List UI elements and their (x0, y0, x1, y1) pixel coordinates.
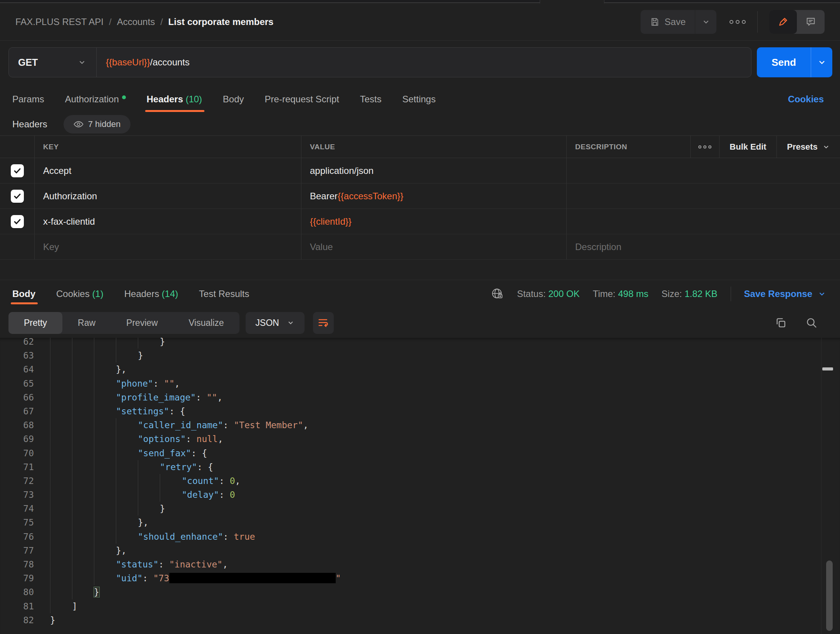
response-tab-body[interactable]: Body (12, 289, 35, 299)
headers-table: KEY VALUE DESCRIPTION Bulk Edit Presets … (0, 135, 840, 260)
code-line: 80} (0, 585, 840, 599)
send-options-button[interactable] (811, 47, 832, 77)
bulk-edit-button[interactable]: Bulk Edit (720, 136, 777, 158)
code-line: 70"send_fax": { (0, 446, 840, 460)
status-value[interactable]: 200 OK (548, 289, 579, 299)
tab-label: Pre-request Script (265, 94, 339, 104)
code-line: 71"retry": { (0, 460, 840, 474)
indent-guide (138, 474, 138, 488)
tab-label: Tests (360, 94, 382, 104)
header-key-cell[interactable]: Accept (35, 158, 301, 183)
tab-label: Headers (147, 94, 186, 104)
mode-preview[interactable]: Preview (111, 312, 173, 334)
wrap-text-button[interactable] (313, 312, 334, 334)
tab-headers[interactable]: Headers (10) (147, 94, 202, 105)
search-icon[interactable] (805, 317, 818, 329)
time-value[interactable]: 498 ms (618, 289, 648, 299)
breadcrumb-collection[interactable]: FAX.PLUS REST API (15, 17, 104, 27)
header-description-cell[interactable] (567, 158, 840, 183)
save-response-label: Save Response (744, 289, 812, 299)
indent-guide (50, 338, 50, 349)
value-input-placeholder[interactable]: Value (301, 234, 567, 259)
table-more-options-button[interactable] (691, 136, 720, 158)
json-key: "options" (138, 434, 186, 444)
tab-settings[interactable]: Settings (402, 94, 436, 105)
breadcrumb-folder[interactable]: Accounts (117, 17, 155, 27)
save-button[interactable]: Save (641, 10, 695, 34)
table-row: x-fax-clientid{{clientId}} (0, 209, 840, 234)
code-line: 82} (0, 613, 840, 627)
tab-params[interactable]: Params (12, 94, 44, 105)
json-token: ] (72, 601, 77, 611)
edit-mode-button[interactable] (769, 10, 797, 34)
more-options-icon (698, 145, 711, 148)
response-stats: Status: 200 OK Time: 498 ms Size: 1.82 K… (491, 287, 828, 301)
network-globe-icon[interactable] (491, 287, 504, 300)
scrollbar-indicator[interactable] (822, 367, 833, 370)
header-key-cell[interactable]: Authorization (35, 184, 301, 209)
header-value-cell[interactable]: Bearer {{accessToken}} (301, 184, 567, 209)
hidden-headers-count: 7 hidden (88, 119, 120, 129)
language-select[interactable]: JSON (246, 312, 305, 334)
json-key: "send_fax" (138, 448, 191, 458)
scrollbar-thumb[interactable] (826, 561, 833, 631)
code-text: "send_fax": { (138, 446, 207, 460)
json-token: : (223, 532, 234, 542)
url-input[interactable]: {{baseUrl}}/accounts (97, 48, 190, 77)
response-tab-cookies[interactable]: Cookies (1) (56, 289, 104, 299)
response-body-viewer[interactable]: 62}63}64},65"phone": "",66"profile_image… (0, 338, 840, 634)
hidden-headers-toggle[interactable]: 7 hidden (64, 115, 131, 133)
tab-authorization[interactable]: Authorization (65, 94, 126, 105)
presets-button[interactable]: Presets (777, 136, 840, 158)
size-label: Size: (661, 289, 682, 299)
json-token: , (174, 379, 180, 389)
divider (731, 287, 731, 301)
response-tab-test-results[interactable]: Test Results (199, 289, 249, 299)
header-value-cell[interactable]: {{clientId}} (301, 209, 567, 234)
indent-guide (94, 571, 94, 585)
page-title: List corporate members (168, 17, 273, 27)
mode-visualize[interactable]: Visualize (173, 312, 239, 334)
mode-raw[interactable]: Raw (62, 312, 111, 334)
tab-body[interactable]: Body (223, 94, 244, 105)
header-enabled-checkbox[interactable] (11, 215, 24, 228)
header-key-cell[interactable]: x-fax-clientid (35, 209, 301, 234)
headers-table-header: KEY VALUE DESCRIPTION Bulk Edit Presets (0, 136, 840, 158)
breadcrumb-separator: / (109, 17, 112, 27)
tab-tests[interactable]: Tests (360, 94, 382, 105)
description-input-placeholder[interactable]: Description (567, 234, 840, 259)
indent-guide (72, 530, 72, 544)
code-text: "should_enhance": true (138, 530, 255, 544)
time-label: Time: (593, 289, 616, 299)
more-options-button[interactable] (730, 20, 746, 24)
indent-guide (50, 362, 50, 376)
json-token: , (223, 559, 228, 569)
code-line: 67"settings": { (0, 404, 840, 418)
column-key: KEY (35, 136, 301, 158)
header-enabled-checkbox[interactable] (11, 164, 24, 177)
save-options-button[interactable] (695, 10, 716, 34)
tab-pre-request-script[interactable]: Pre-request Script (265, 94, 339, 105)
cookies-link[interactable]: Cookies (788, 94, 824, 105)
indent-guide (116, 338, 116, 349)
key-input-placeholder[interactable]: Key (35, 234, 301, 259)
header-enabled-checkbox[interactable] (11, 190, 24, 203)
line-number: 82 (0, 613, 34, 627)
chevron-down-icon (818, 290, 826, 298)
indent-guide (50, 418, 50, 432)
send-button[interactable]: Send (757, 47, 811, 77)
comments-button[interactable] (797, 10, 825, 34)
line-number: 69 (0, 432, 34, 446)
size-value[interactable]: 1.82 KB (684, 289, 717, 299)
mode-pretty[interactable]: Pretty (8, 312, 62, 334)
save-response-button[interactable]: Save Response (744, 289, 826, 299)
header-description-cell[interactable] (567, 209, 840, 234)
header-description-cell[interactable] (567, 184, 840, 209)
json-token: : (153, 379, 164, 389)
code-line: 72"count": 0, (0, 474, 840, 488)
copy-icon[interactable] (775, 317, 787, 329)
response-tab-headers[interactable]: Headers (14) (124, 289, 178, 299)
header-value-cell[interactable]: application/json (301, 158, 567, 183)
indent-guide (50, 530, 50, 544)
method-select[interactable]: GET (9, 48, 97, 77)
